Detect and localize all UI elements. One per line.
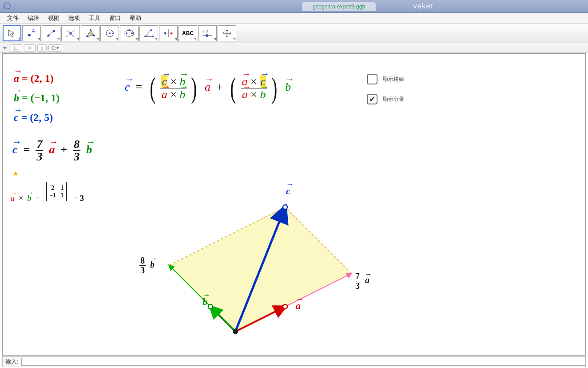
svg-point-5: [53, 30, 55, 32]
formula-vector-b: b = (−1, 1): [14, 92, 60, 104]
tool-circle[interactable]: [100, 25, 119, 41]
menu-options[interactable]: 选项: [65, 13, 83, 23]
checkbox-icon: [367, 74, 377, 84]
svg-point-21: [150, 29, 152, 31]
graphics-view[interactable]: a = (2, 1) b = (−1, 1) c = (2, 5) c = 73…: [2, 53, 586, 356]
svg-point-10: [86, 36, 88, 37]
svg-point-17: [126, 32, 127, 34]
point-a-tip: [283, 304, 287, 309]
tool-slider[interactable]: a=2: [198, 25, 217, 41]
tool-angle[interactable]: [139, 25, 158, 41]
svg-point-1: [28, 34, 31, 36]
menu-help[interactable]: 帮助: [126, 13, 145, 23]
svg-point-19: [128, 29, 130, 31]
formula-decomposition-symbolic: c = ( c × b a × b ) a + ( a × c a × b ) …: [125, 75, 291, 101]
svg-point-12: [90, 29, 91, 31]
point-b-tip: [208, 304, 213, 309]
vector-diagram: [118, 120, 429, 334]
svg-point-8: [70, 32, 72, 34]
tool-ellipse[interactable]: [120, 25, 139, 41]
app-icon: [3, 1, 12, 12]
svg-point-11: [93, 35, 95, 36]
tool-perpendicular[interactable]: [61, 25, 80, 41]
input-label: 输入:: [3, 358, 21, 366]
label-vec-a: a: [296, 300, 301, 312]
formula-decomposition-numeric: c = 73 a + 83 b: [12, 138, 92, 163]
tool-move[interactable]: [3, 25, 21, 41]
formula-vector-c: c = (2, 5): [14, 112, 53, 124]
formula-cross-product: a × b = 2−1 11 = 3: [11, 182, 84, 203]
window-titlebar: geogebra-export3.ggb veket: [0, 0, 588, 13]
command-button[interactable]: C: ▾: [48, 44, 62, 52]
input-bar: 输入:: [2, 356, 586, 367]
home-button[interactable]: ⌂: [37, 44, 47, 52]
tool-reflect[interactable]: [159, 25, 178, 41]
menu-window[interactable]: 窗口: [106, 13, 124, 23]
checkbox-label: 顯示格線: [383, 76, 404, 83]
svg-point-28: [206, 34, 208, 37]
svg-point-25: [171, 32, 173, 34]
menu-edit[interactable]: 编辑: [24, 13, 43, 23]
checkbox-label: 顯示分量: [383, 96, 404, 103]
svg-point-22: [152, 36, 154, 37]
tool-move-view[interactable]: [218, 25, 236, 41]
point-origin: [233, 329, 238, 334]
point-c-tip: [283, 205, 287, 209]
tool-polygon[interactable]: [81, 25, 99, 41]
desktop-label: veket: [413, 2, 433, 11]
main-toolbar: A ABC a=2: [0, 24, 588, 43]
label-8thirds-b: 83 b: [139, 256, 155, 275]
view-toolbar: ⌂ C: ▾: [0, 43, 588, 53]
menu-tools[interactable]: 工具: [85, 13, 104, 23]
tool-point[interactable]: A: [22, 25, 41, 41]
tool-line[interactable]: [42, 25, 60, 41]
tool-text[interactable]: ABC: [179, 25, 197, 41]
label-vec-c: c: [286, 185, 290, 197]
formula-vector-a: a = (2, 1): [14, 72, 54, 84]
svg-point-24: [164, 32, 167, 34]
checkbox-checked-icon: ✔: [367, 94, 377, 104]
grid-toggle[interactable]: [24, 44, 36, 52]
toggle-panel-icon[interactable]: [3, 47, 7, 49]
svg-point-18: [131, 32, 133, 34]
svg-point-4: [48, 34, 50, 36]
checkbox-show-components[interactable]: ✔ 顯示分量: [367, 94, 404, 104]
star-icon: ★: [12, 169, 19, 178]
menu-file[interactable]: 文件: [4, 13, 22, 23]
menu-view[interactable]: 视图: [44, 13, 63, 23]
svg-point-20: [144, 36, 146, 37]
label-7thirds-a: 73 a: [354, 272, 369, 291]
menubar: 文件 编辑 视图 选项 工具 窗口 帮助: [0, 13, 588, 24]
svg-point-14: [109, 32, 111, 34]
svg-text:A: A: [32, 28, 35, 33]
command-input[interactable]: [21, 358, 585, 366]
document-tab[interactable]: geogebra-export3.ggb: [302, 2, 376, 11]
axes-toggle[interactable]: [11, 44, 22, 52]
label-vec-b: b: [203, 296, 207, 308]
svg-text:a=2: a=2: [203, 29, 209, 33]
svg-point-15: [112, 32, 114, 34]
svg-marker-9: [87, 30, 94, 36]
svg-point-0: [4, 3, 10, 9]
checkbox-show-grid[interactable]: 顯示格線: [367, 74, 404, 84]
